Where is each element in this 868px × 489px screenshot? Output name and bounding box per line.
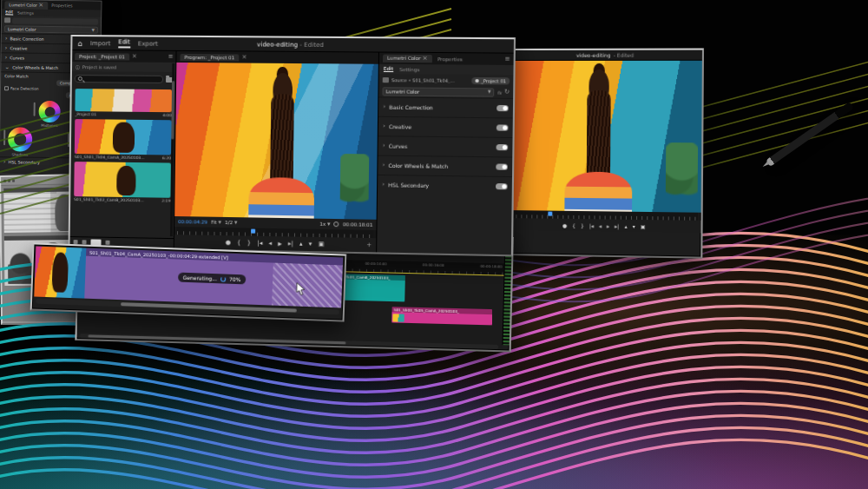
extract-icon[interactable]: ▾	[309, 241, 312, 248]
program-monitor: Program: _Project 01 × 00:00:04:29 Fit ▾…	[174, 51, 378, 253]
section-color-wheels[interactable]: › Color Wheels & Match	[378, 155, 512, 177]
project-panel: Project: _Project 01 × ≡ ⓘ Project is sa…	[70, 50, 177, 248]
clip-thumbnail	[392, 314, 404, 321]
playhead[interactable]	[548, 212, 552, 216]
lift-icon[interactable]: ▴	[624, 222, 627, 228]
generating-progress-pill: Generating... 70%	[178, 273, 247, 285]
clip-thumbnail[interactable]	[75, 119, 172, 155]
generative-extend-strip: S01_Sh01_Tk04_CamA_20250103_-00:00:04:29…	[30, 242, 347, 321]
settings-gear-icon[interactable]	[334, 221, 339, 227]
window2-transport: ● { } |◂ ◂ ▸ ▸| ▴ ▾ ▣	[508, 218, 700, 233]
plant-decor	[666, 142, 697, 201]
subject-figure	[257, 69, 307, 220]
mark-in-icon[interactable]: {	[572, 221, 575, 228]
mark-out-icon[interactable]: }	[247, 240, 252, 247]
speed-select[interactable]: 1x ▾	[319, 221, 330, 227]
tab-project[interactable]: Project: _Project 01	[75, 53, 129, 60]
extend-cursor-icon	[295, 282, 306, 296]
reset-icon[interactable]: ↻	[504, 89, 510, 96]
step-forward-icon[interactable]: ▸|	[615, 222, 619, 228]
panel-menu-icon[interactable]: ≡	[504, 56, 510, 63]
toggle[interactable]	[496, 144, 509, 150]
search-icon	[78, 76, 82, 81]
delete-icon[interactable]	[105, 241, 109, 245]
premiere-main-window: ⌂ Import Edit Export video-editing - Edi…	[69, 35, 516, 256]
search-input[interactable]	[75, 75, 163, 83]
section-creative[interactable]: › Creative	[378, 116, 513, 137]
home-icon[interactable]: ⌂	[77, 39, 82, 48]
clip-thumbnail[interactable]	[74, 162, 171, 198]
lumetri-source-row: Source • S01_Sh01_Tk04_... _Project 01	[379, 74, 514, 87]
toggle[interactable]	[496, 183, 508, 189]
playhead[interactable]	[251, 229, 255, 234]
project-panel-tabs: Project: _Project 01 × ≡	[72, 50, 175, 63]
preset-dropdown[interactable]: Lumetri Color▾	[383, 87, 495, 96]
program-screen	[174, 63, 378, 220]
source-clip-label: Source • S01_Sh01_Tk04_...	[391, 77, 470, 83]
project-clip-list: _Project 014:00 S01_Sh01_Tk04_CamA_20250…	[70, 86, 175, 238]
target-clip-button[interactable]: _Project 01	[472, 76, 510, 84]
clip-head-thumbnail	[34, 247, 86, 299]
extract-icon[interactable]: ▾	[633, 222, 635, 228]
timecode-duration: 00:00:18:01	[343, 221, 373, 228]
timecode-current[interactable]: 00:00:04:29	[178, 219, 207, 225]
premiere-second-window: video-editing- Edited ● { } |◂ ◂ ▸ ▸| ▴ …	[506, 49, 704, 259]
tab-program[interactable]: Program: _Project 01	[180, 53, 239, 61]
go-to-in-icon[interactable]: |◂	[589, 222, 594, 228]
add-button-icon[interactable]: +	[366, 241, 372, 248]
program-frame-image	[174, 63, 378, 220]
mark-out-icon[interactable]: }	[581, 222, 584, 228]
tab-properties[interactable]: Properties	[437, 56, 463, 62]
resolution-select[interactable]: 1/2 ▾	[225, 219, 237, 225]
toggle[interactable]	[496, 105, 509, 111]
export-frame-icon[interactable]: ▣	[319, 241, 325, 248]
play-icon[interactable]: ▸	[278, 239, 282, 248]
clip-pink[interactable]: S01_Sh03_Tk05_CamA_20250103_	[391, 307, 492, 325]
step-back-icon[interactable]: ◂	[268, 240, 272, 247]
play-icon[interactable]: ▸	[607, 222, 609, 228]
section-basic-correction[interactable]: › Basic Correction	[378, 96, 513, 117]
generated-region-hatch	[272, 263, 343, 308]
menu-export[interactable]: Export	[138, 40, 158, 47]
lumetri-tabs: Lumetri Color × Properties ≡	[379, 53, 514, 65]
menu-edit[interactable]: Edit	[118, 38, 130, 48]
audio-meter	[502, 255, 511, 345]
section-curves[interactable]: › Curves	[378, 135, 513, 156]
list-item[interactable]: _Project 014:00	[75, 89, 172, 117]
export-frame-icon[interactable]: ▣	[641, 223, 646, 229]
list-item[interactable]: S01_Sh01_Tk02_CamB_20250103...2:19	[74, 162, 171, 203]
toggle[interactable]	[496, 163, 508, 169]
subtab-settings[interactable]: Settings	[399, 67, 419, 72]
progress-percent: 70%	[229, 276, 241, 282]
user-icon	[476, 78, 479, 82]
fx-icon[interactable]: fx	[497, 89, 502, 95]
window2-frame-image	[509, 61, 702, 213]
lumetri-panel: Lumetri Color × Properties ≡ Edit Settin…	[376, 53, 514, 255]
list-item[interactable]: S01_Sh01_Tk04_CamA_20250103...6:20	[75, 119, 172, 160]
generating-clip[interactable]: S01_Sh01_Tk04_CamA_20250103_-00:00:04:29…	[84, 248, 343, 308]
step-forward-icon[interactable]: ▸|	[288, 240, 293, 247]
close-icon[interactable]: ×	[241, 54, 247, 60]
panel-menu-icon[interactable]: ≡	[168, 54, 173, 60]
project-saved-status: ⓘ Project is saved	[72, 62, 175, 72]
clip-icon	[383, 77, 389, 83]
subtab-edit[interactable]: Edit	[384, 66, 393, 72]
lift-icon[interactable]: ▴	[299, 241, 303, 248]
add-marker-icon[interactable]: ●	[562, 221, 567, 228]
toggle[interactable]	[496, 124, 509, 130]
plant-decor	[340, 154, 370, 207]
close-icon[interactable]: ×	[132, 54, 137, 60]
add-marker-icon[interactable]: ●	[226, 239, 231, 246]
chevron-right-icon: ›	[383, 104, 385, 110]
zoom-select[interactable]: Fit ▾	[211, 219, 221, 225]
mark-in-icon[interactable]: {	[237, 239, 241, 246]
clip-thumbnail[interactable]	[75, 89, 172, 112]
go-to-in-icon[interactable]: |◂	[257, 240, 262, 247]
window2-screen	[509, 61, 702, 213]
window2-title: video-editing- Edited	[510, 50, 702, 61]
chevron-down-icon: ▾	[488, 89, 491, 95]
section-hsl-secondary[interactable]: › HSL Secondary	[378, 175, 512, 196]
menu-import[interactable]: Import	[90, 40, 110, 47]
tab-lumetri-color[interactable]: Lumetri Color ×	[383, 55, 432, 63]
step-back-icon[interactable]: ◂	[599, 222, 602, 228]
